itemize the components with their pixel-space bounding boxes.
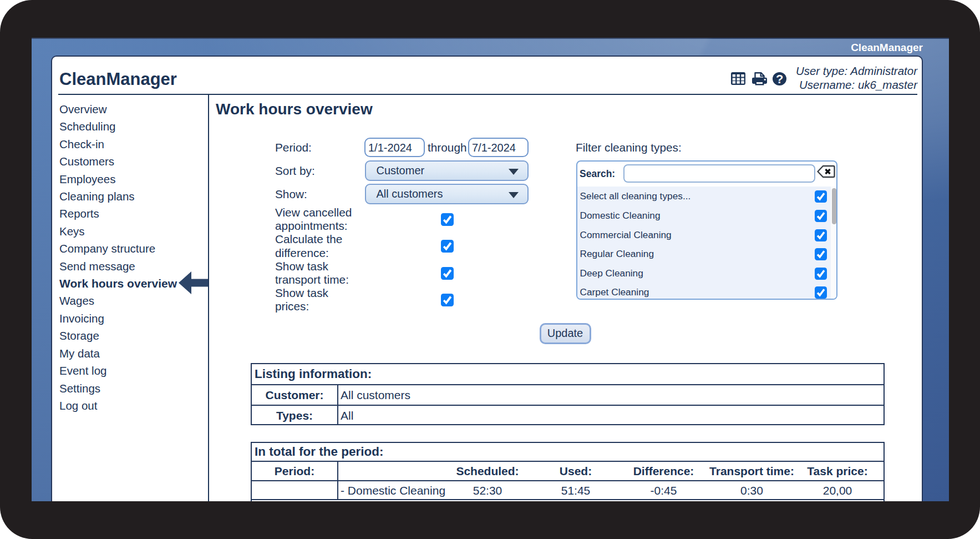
svg-text:?: ?	[776, 72, 783, 85]
